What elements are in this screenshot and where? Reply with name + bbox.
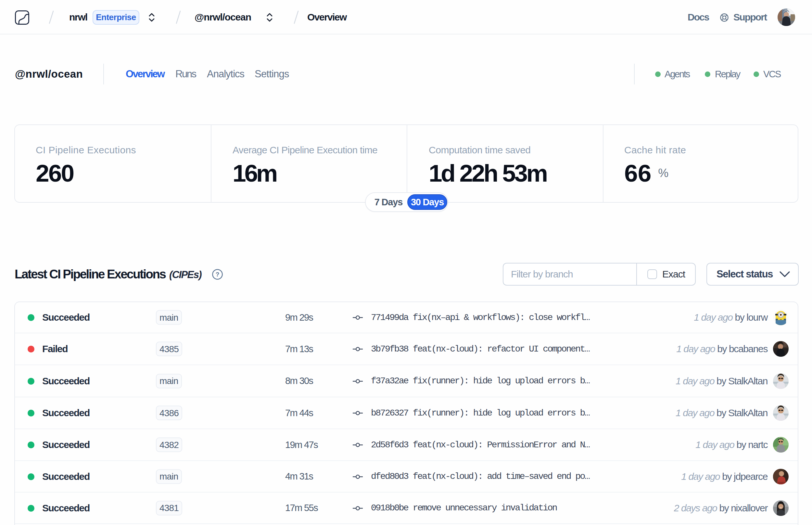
- svg-text:?: ?: [216, 271, 219, 278]
